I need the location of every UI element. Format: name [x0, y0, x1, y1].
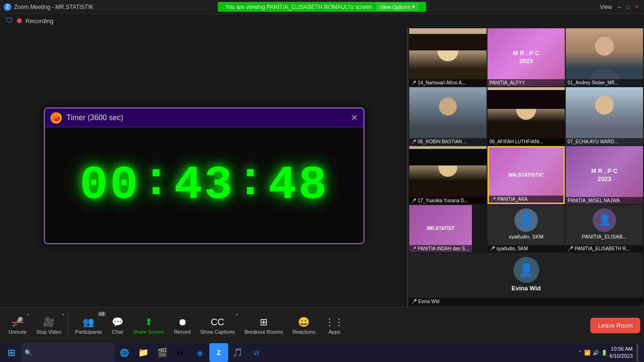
view-label[interactable]: View	[600, 4, 612, 10]
participant-name: 01_Andrey Sinlae_MR...	[568, 80, 619, 85]
tile-name-label: 01_Andrey Sinlae_MR...	[566, 79, 643, 86]
window-controls[interactable]: ─ □ ✕	[616, 3, 640, 11]
captions-icon: CC	[211, 317, 224, 328]
person-head	[439, 98, 457, 115]
main-content: 🍅 Timer (3600 sec) ✕ 00 : 43 : 48	[0, 27, 644, 324]
tray-up-icon[interactable]: ⌃	[578, 350, 582, 356]
participants-grid: 🎤 14_Nariswari Afroo A... M R . P C2023 …	[408, 27, 644, 205]
participant-tile[interactable]: 01_Andrey Sinlae_MR...	[566, 28, 643, 86]
participants-panel: 🎤 14_Nariswari Afroo A... M R . P C2023 …	[408, 27, 644, 324]
participant-tile[interactable]: 🎤 06_ROBIN BASTIAN ...	[409, 87, 487, 145]
audio-only-tile[interactable]: 👤 PANITIA_ELISAB... 🎤 PANITIA_ELISABETH …	[566, 205, 643, 252]
tray-battery-icon[interactable]: 🔋	[601, 350, 608, 356]
hijab	[409, 149, 487, 165]
mic-muted-icon: 🎤	[568, 246, 573, 251]
chat-button[interactable]: 💬 Chat	[107, 308, 128, 343]
tile-name-label: 🎤 14_Nariswari Afroo A...	[409, 79, 487, 86]
show-captions-button[interactable]: CC Show Captions ▲	[195, 308, 239, 343]
toolbar-divider	[68, 314, 68, 337]
timer-digits: 00 : 43 : 48	[80, 159, 329, 212]
chat-icon: 💬	[112, 316, 124, 328]
taskbar-ie-icon[interactable]: 🌐	[115, 343, 134, 362]
windows-logo-icon: ⊞	[8, 347, 16, 358]
participants-icon: 👥	[83, 316, 94, 328]
evina-section: 👤 Evina Wid 🎤 Evina Wid	[408, 252, 644, 306]
tile-name-label: 🎤 06_ROBIN BASTIAN ...	[409, 138, 487, 145]
show-desktop-btn[interactable]	[636, 344, 638, 361]
close-btn[interactable]: ✕	[633, 3, 640, 11]
zoom-logo: Z	[4, 3, 11, 11]
windows-taskbar: ⊞ 🔍 🌐 📁 🎬 ⏭ ◉ Z 🎵 W ⌃ 📶 🔊 🔋 10:06 AM 6/1…	[0, 343, 644, 362]
tile-name-label: 🎤 PANITIA_ELISABETH R...	[566, 245, 643, 252]
reactions-icon: 😀	[298, 316, 310, 328]
apps-button[interactable]: ⋮⋮ Apps	[320, 308, 348, 343]
reactions-label: Reactions	[292, 329, 315, 335]
tray-network-icon[interactable]: 📶	[584, 350, 591, 356]
timer-seconds: 48	[268, 159, 329, 212]
record-button[interactable]: ⏺ Record	[169, 308, 195, 343]
share-screen-button[interactable]: ⬆ Share Screen	[128, 308, 169, 343]
participant-tile[interactable]: 🎤 17_Yuanika Yusana D...	[409, 146, 487, 204]
view-options-btn[interactable]: View Options ▾	[376, 3, 419, 11]
stop-video-label: Stop Video	[36, 329, 62, 335]
reactions-button[interactable]: 😀 Reactions	[288, 308, 320, 343]
participant-name: 06_ROBIN BASTIAN ...	[418, 139, 467, 144]
participant-name: 14_Nariswari Afroo A...	[418, 80, 466, 85]
taskbar-explorer-icon[interactable]: 📁	[134, 343, 153, 362]
captions-caret-icon[interactable]: ▲	[235, 313, 238, 316]
mrpc-overlay: M R . P C2023	[487, 28, 565, 86]
system-tray: ⌃ 📶 🔊 🔋	[578, 350, 608, 356]
system-clock[interactable]: 10:06 AM 6/10/2023	[610, 346, 633, 360]
taskbar-search-icon[interactable]: 🔍	[21, 343, 115, 362]
timer-display: 00 : 43 : 48	[45, 127, 363, 243]
taskbar-media-icon[interactable]: 🎬	[153, 343, 172, 362]
mrpc2-overlay: M R . P C2023	[566, 146, 643, 204]
participant-avatar: 👤	[593, 208, 616, 232]
person-head	[595, 96, 614, 115]
audio-only-tile[interactable]: 👤 syaifudin, SKM 🎤 syaifudin, SKM	[487, 205, 565, 252]
taskbar-edge-icon[interactable]: ◉	[190, 343, 209, 362]
tile-name-label: 🎤 syaifudin, SKM	[487, 245, 565, 252]
tray-speaker-icon[interactable]: 🔊	[593, 350, 599, 356]
taskbar-skip-icon[interactable]: ⏭	[172, 343, 190, 362]
participant-tile[interactable]: 07_ECHA AYU WARD...	[566, 87, 643, 145]
participant-tile[interactable]: 🎤 14_Nariswari Afroo A...	[409, 28, 487, 86]
participant-name: PANITIA_MISEL NAJWA	[568, 198, 620, 203]
shared-screen-area: 🍅 Timer (3600 sec) ✕ 00 : 43 : 48	[0, 27, 408, 324]
participant-tile[interactable]: M R . P C2023 PANITIA_ALFYY	[487, 28, 565, 86]
stop-video-caret-icon[interactable]: ▲	[61, 313, 65, 316]
timer-close-btn[interactable]: ✕	[351, 113, 358, 123]
start-button[interactable]: ⊞	[2, 343, 21, 362]
maximize-btn[interactable]: □	[624, 3, 632, 11]
stop-video-button[interactable]: 🎥 Stop Video ▲	[32, 308, 66, 343]
clock-date: 6/10/2023	[610, 353, 633, 360]
mrstatist-text: MR.STATIST	[427, 225, 454, 232]
mic-muted-icon: 🎤	[411, 299, 417, 304]
tile-video	[566, 87, 643, 145]
participant-tile[interactable]: M R . P C2023 PANITIA_MISEL NAJWA	[566, 146, 643, 204]
participants-button[interactable]: 👥 13 Participants	[70, 308, 107, 343]
mrpc2-text: M R . P C2023	[591, 167, 618, 183]
participant-display-name: Evina Wid	[512, 285, 541, 292]
participant-tile-highlighted[interactable]: MR.STATISTIC 🎤 PANITIA_ARA	[487, 146, 565, 204]
taskbar-music-icon[interactable]: 🎵	[228, 343, 247, 362]
participant-tile[interactable]: 09_AFIFAH LUTHFIANI...	[487, 87, 565, 145]
chat-label: Chat	[112, 329, 123, 335]
tile-name-label: 🎤 17_Yuanika Yusana D...	[409, 197, 487, 204]
breakout-rooms-button[interactable]: ⊞ Breakout Rooms	[239, 308, 288, 343]
screen-share-notice: You are viewing PANITIA_ELISABETH ROMAUL…	[218, 2, 426, 12]
participant-avatar: 👤	[513, 257, 539, 283]
mrpc-text: M R . P C2023	[513, 49, 539, 66]
mic-crossed-icon: 🎤	[12, 316, 24, 328]
unmute-caret-icon[interactable]: ▲	[27, 313, 30, 316]
window-title: Zoom Meeting - MR.STATISTIK	[14, 4, 93, 10]
record-icon: ⏺	[178, 317, 187, 328]
minimize-btn[interactable]: ─	[616, 3, 623, 11]
taskbar-word-icon[interactable]: W	[247, 343, 266, 362]
audio-only-tile-evina[interactable]: 👤 Evina Wid 🎤 Evina Wid	[409, 253, 643, 305]
taskbar-zoom-icon[interactable]: Z	[209, 343, 228, 362]
apps-label: Apps	[329, 329, 340, 335]
leave-room-button[interactable]: Leave Room	[590, 318, 640, 333]
participant-tile[interactable]: MR.STATIST 🎤 PANITIA INDAH dan S...	[409, 205, 472, 252]
unmute-button[interactable]: 🎤 Unmute ▲	[4, 308, 32, 343]
